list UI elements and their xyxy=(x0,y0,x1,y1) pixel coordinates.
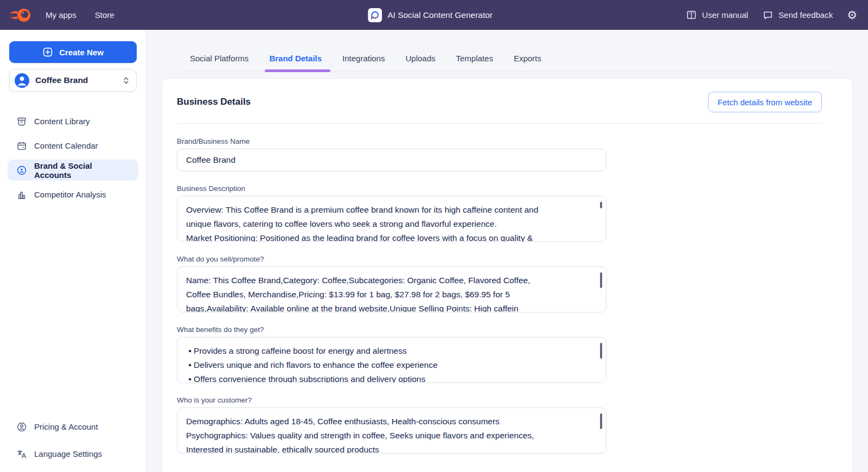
tab-bar: Social Platforms Brand Details Integrati… xyxy=(180,54,835,72)
fetch-details-button[interactable]: Fetch details from website xyxy=(708,92,822,112)
sidebar-item-competitor-analysis[interactable]: Competitor Analysis xyxy=(8,184,138,205)
sidebar-nav: Content Library Content Calendar Brand xyxy=(0,111,146,205)
tab-uploads[interactable]: Uploads xyxy=(405,54,435,71)
tab-exports[interactable]: Exports xyxy=(514,54,541,71)
nav-my-apps[interactable]: My apps xyxy=(39,6,83,24)
brand-selector[interactable]: Coffee Brand xyxy=(9,69,137,92)
tab-templates[interactable]: Templates xyxy=(456,54,493,71)
semrush-logo-icon[interactable] xyxy=(8,5,34,25)
field-label: What benefits do they get? xyxy=(177,326,607,334)
tab-brand-details[interactable]: Brand Details xyxy=(269,54,322,71)
field-benefits: What benefits do they get? ▪ Provides a … xyxy=(177,326,607,383)
field-sell-promote: What do you sell/promote? Name: This Cof… xyxy=(177,255,607,312)
app-title: AI Social Content Generator xyxy=(387,10,493,20)
scrollbar-thumb[interactable] xyxy=(600,343,602,359)
business-details-card: Business Details Fetch details from webs… xyxy=(162,78,853,472)
sidebar-item-label: Pricing & Account xyxy=(34,422,98,431)
business-description-textarea[interactable]: Overview: This Coffee Brand is a premium… xyxy=(177,196,606,241)
topbar: My apps Store AI Social Content Generato… xyxy=(0,0,868,30)
card-header: Business Details Fetch details from webs… xyxy=(162,79,852,112)
tab-integrations[interactable]: Integrations xyxy=(342,54,385,71)
main-content: Social Platforms Brand Details Integrati… xyxy=(147,30,868,472)
send-feedback-button[interactable]: Send feedback xyxy=(762,9,833,21)
app-title-group: AI Social Content Generator xyxy=(368,0,493,30)
nav-store[interactable]: Store xyxy=(88,6,121,24)
library-icon xyxy=(16,116,27,127)
chevron-updown-icon xyxy=(122,76,131,85)
sidebar-item-label: Language Settings xyxy=(34,449,102,458)
brand-selector-value: Coffee Brand xyxy=(35,75,116,85)
brand-name-input[interactable] xyxy=(177,149,607,171)
sell-promote-textarea[interactable]: Name: This Coffee Brand,Category: Coffee… xyxy=(177,267,606,312)
calendar-icon xyxy=(16,141,27,151)
scrollbar-thumb[interactable] xyxy=(600,413,602,429)
user-manual-label: User manual xyxy=(702,10,748,20)
user-manual-button[interactable]: User manual xyxy=(686,9,748,21)
field-business-description: Business Description Overview: This Coff… xyxy=(177,184,607,242)
sidebar-item-label: Brand & Social Accounts xyxy=(34,161,130,180)
topbar-nav: My apps Store xyxy=(39,6,121,24)
sidebar-item-brand-social-accounts[interactable]: Brand & Social Accounts xyxy=(8,160,138,181)
sidebar: Create New Coffee Brand xyxy=(0,30,146,472)
sidebar-item-label: Content Library xyxy=(34,117,90,126)
translate-icon xyxy=(16,449,27,460)
settings-gear-icon[interactable]: ⚙ xyxy=(847,9,857,21)
bar-chart-icon xyxy=(16,189,27,200)
send-feedback-label: Send feedback xyxy=(778,10,833,20)
sidebar-footer: Pricing & Account Language Settings xyxy=(8,416,138,464)
feedback-bubble-icon xyxy=(762,9,774,21)
field-label: What do you sell/promote? xyxy=(177,255,607,263)
plus-icon xyxy=(42,47,53,58)
app-logo-icon xyxy=(368,8,382,22)
field-label: Brand/Business Name xyxy=(177,137,607,145)
sidebar-item-content-library[interactable]: Content Library xyxy=(8,111,138,132)
tab-social-platforms[interactable]: Social Platforms xyxy=(190,54,248,71)
scrollbar-thumb[interactable] xyxy=(600,272,602,288)
broadcast-icon xyxy=(16,165,27,176)
scrollbar-thumb[interactable] xyxy=(600,202,602,208)
person-circle-icon xyxy=(16,422,27,432)
page-title: Business Details xyxy=(177,97,251,107)
field-brand-name: Brand/Business Name xyxy=(177,137,607,171)
sidebar-item-label: Competitor Analysis xyxy=(34,190,106,199)
avatar-icon xyxy=(15,73,29,88)
topbar-actions: User manual Send feedback ⚙ xyxy=(686,9,857,21)
book-icon xyxy=(686,9,697,21)
sidebar-item-label: Content Calendar xyxy=(34,141,98,150)
field-customer: Who is your customer? Demographics: Adul… xyxy=(177,396,607,454)
form-fields: Brand/Business Name Business Description… xyxy=(162,124,852,472)
benefits-textarea[interactable]: ▪ Provides a strong caffeine boost for e… xyxy=(177,337,606,382)
create-new-label: Create New xyxy=(59,48,104,57)
sidebar-item-content-calendar[interactable]: Content Calendar xyxy=(8,135,138,156)
customer-textarea[interactable]: Demographics: Adults aged 18-45, Coffee … xyxy=(177,408,606,453)
sidebar-item-pricing-account[interactable]: Pricing & Account xyxy=(8,416,138,437)
sidebar-item-language-settings[interactable]: Language Settings xyxy=(8,443,138,464)
create-new-button[interactable]: Create New xyxy=(9,41,137,63)
field-label: Who is your customer? xyxy=(177,396,607,404)
field-label: Business Description xyxy=(177,184,607,193)
